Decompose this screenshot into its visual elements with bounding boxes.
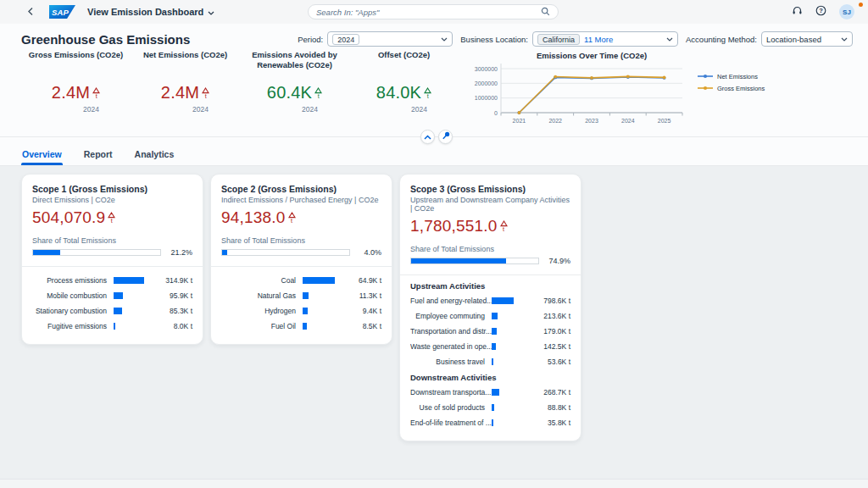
- list-item[interactable]: Hydrogen 9.4K t: [221, 303, 381, 319]
- kpi-unit: t: [205, 93, 207, 99]
- accounting-method-select[interactable]: Location-based: [761, 31, 853, 47]
- list-item[interactable]: Mobile combustion 95.9K t: [32, 288, 192, 303]
- item-bar: [492, 328, 497, 335]
- support-button[interactable]: [792, 5, 803, 19]
- trend-up-icon: t: [108, 212, 115, 224]
- list-item[interactable]: Business travel 53.6K t: [410, 354, 570, 369]
- svg-text:Net Emissions: Net Emissions: [717, 73, 758, 80]
- list-item[interactable]: Stationary combustion 85.3K t: [32, 303, 192, 319]
- item-value: 268.7K t: [526, 388, 570, 396]
- avatar[interactable]: SJ: [839, 4, 854, 19]
- list-item[interactable]: Use of sold products 88.8K t: [410, 400, 570, 415]
- item-bar: [303, 308, 308, 314]
- tab-report[interactable]: Report: [83, 146, 114, 165]
- chevron-up-icon: [423, 130, 432, 143]
- svg-text:2024: 2024: [621, 118, 635, 124]
- item-value: 8.5K t: [337, 322, 381, 330]
- card-title: Scope 2 (Gross Emissions): [221, 184, 381, 194]
- item-bar: [114, 277, 144, 284]
- list-item[interactable]: Waste generated in ope... 142.5K t: [410, 339, 570, 354]
- item-bar: [303, 323, 307, 330]
- item-bar: [303, 292, 309, 299]
- list-item[interactable]: Process emissions 314.9K t: [32, 273, 192, 288]
- period-token: 2024: [332, 34, 359, 45]
- global-search[interactable]: [308, 4, 559, 19]
- item-bar: [303, 277, 335, 284]
- divider: [211, 266, 392, 267]
- card-value: 504,070.9: [32, 208, 105, 227]
- item-value: 95.9K t: [148, 291, 192, 300]
- card-subtitle: Indirect Emissions / Purchased Energy | …: [221, 196, 381, 204]
- kpi-year: 2024: [21, 105, 131, 114]
- sap-logo-text: SAP: [52, 8, 69, 17]
- share-progress-fill: [33, 250, 60, 255]
- item-value: 8.0K t: [148, 322, 192, 330]
- svg-text:?: ?: [819, 7, 823, 14]
- kpi-tile[interactable]: Net Emissions (CO2e) 2.4M t 2024: [131, 47, 240, 129]
- collapse-header-button[interactable]: [420, 130, 435, 144]
- tab-analytics[interactable]: Analytics: [134, 146, 175, 165]
- list-item[interactable]: Fuel and energy-related... 798.6K t: [410, 293, 570, 308]
- emissions-chart-container: Emissions Over Time (CO2e)01000000200000…: [459, 47, 868, 129]
- method-filter-label: Accounting Method:: [686, 35, 757, 44]
- chevron-down-icon: [441, 37, 448, 42]
- kpi-label: Net Emissions (CO2e): [131, 50, 240, 71]
- kpi-year: 2024: [240, 105, 349, 114]
- location-more-link[interactable]: 11 More: [584, 35, 613, 44]
- headset-icon: [792, 5, 803, 19]
- kpi-unit: t: [427, 93, 429, 99]
- help-button[interactable]: ?: [815, 5, 826, 19]
- back-chevron-icon: [27, 6, 34, 19]
- kpi-tile[interactable]: Emissions Avoided by Renewables (CO2e) 6…: [240, 47, 349, 129]
- divider: [400, 274, 581, 275]
- list-item[interactable]: Fuel Oil 8.5K t: [221, 319, 381, 334]
- card-unit: t: [111, 218, 113, 224]
- scope-card: Scope 1 (Gross Emissions) Direct Emissio…: [21, 174, 203, 345]
- kpi-year: 2024: [131, 105, 240, 114]
- share-progress-bar: [221, 249, 350, 256]
- card-items: Coal 64.9K t Natural Gas 11.3K t Hydroge…: [221, 273, 381, 334]
- search-input[interactable]: [316, 8, 541, 17]
- item-value: 213.6K t: [526, 312, 570, 320]
- sap-logo[interactable]: SAP: [49, 5, 75, 19]
- card-value-block: 1,780,551.0 t: [410, 217, 570, 236]
- period-filter-label: Period:: [298, 35, 323, 44]
- list-item[interactable]: End-of-life treatment of ... 35.8K t: [410, 415, 570, 430]
- search-icon[interactable]: [541, 4, 550, 19]
- chevron-down-icon: [841, 37, 848, 42]
- location-filter[interactable]: California 11 More: [532, 31, 678, 47]
- kpi-tile[interactable]: Offset (CO2e) 84.0K t 2024: [349, 47, 459, 129]
- item-bar: [492, 343, 496, 350]
- item-bar: [492, 297, 514, 304]
- list-item[interactable]: Fugitive emissions 8.0K t: [32, 319, 192, 334]
- svg-text:2025: 2025: [658, 118, 671, 124]
- list-item[interactable]: Transportation and distr... 179.0K t: [410, 324, 570, 339]
- kpi-tile[interactable]: Gross Emissions (CO2e) 2.4M t 2024: [21, 47, 131, 129]
- card-subtitle: Upstream and Downstream Company Activiti…: [410, 196, 570, 213]
- share-label: Share of Total Emissions: [221, 236, 381, 245]
- item-bar: [492, 313, 498, 319]
- app-title-dropdown[interactable]: View Emission Dashboard: [87, 7, 214, 17]
- tab-overview[interactable]: Overview: [21, 146, 63, 165]
- item-bar: [492, 404, 494, 411]
- trend-up-icon: t: [288, 212, 296, 224]
- share-percentage: 74.9%: [545, 257, 570, 265]
- kpi-value: 84.0K: [376, 83, 421, 103]
- list-item[interactable]: Employee commuting 213.6K t: [410, 308, 570, 324]
- item-bar: [114, 308, 122, 314]
- emissions-chart: Emissions Over Time (CO2e)01000000200000…: [462, 48, 818, 127]
- list-item[interactable]: Natural Gas 11.3K t: [221, 288, 381, 303]
- app-title-label: View Emission Dashboard: [87, 7, 203, 17]
- item-value: 9.4K t: [337, 307, 381, 315]
- card-items: Process emissions 314.9K t Mobile combus…: [32, 273, 192, 334]
- list-item[interactable]: Coal 64.9K t: [221, 273, 381, 288]
- item-value: 11.3K t: [337, 291, 381, 300]
- card-unit: t: [291, 218, 292, 224]
- trend-up-icon: t: [424, 87, 431, 99]
- period-filter[interactable]: 2024: [327, 31, 453, 47]
- header-collapse-row: [0, 129, 868, 146]
- back-button[interactable]: [27, 6, 34, 19]
- kpi-value: 2.4M: [52, 83, 90, 103]
- list-item[interactable]: Downstream transporta... 268.7K t: [410, 385, 570, 400]
- pin-header-button[interactable]: [438, 130, 453, 144]
